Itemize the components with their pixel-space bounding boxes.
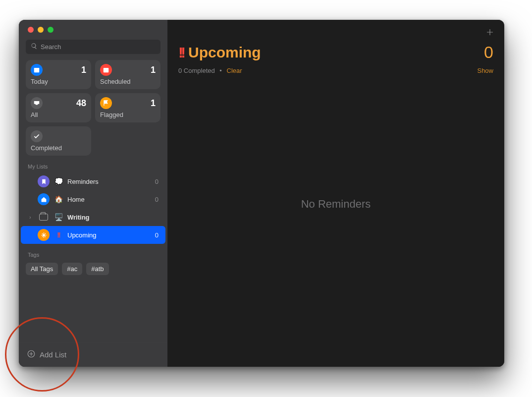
list-label: Upcoming: [67, 231, 150, 239]
list-label: Home: [67, 196, 150, 203]
zoom-window-button[interactable]: [48, 27, 53, 33]
house-icon: [38, 193, 50, 205]
smart-card-scheduled[interactable]: 1 Scheduled: [95, 60, 160, 89]
minimize-window-button[interactable]: [38, 27, 44, 33]
smart-card-completed[interactable]: Completed: [26, 126, 91, 156]
smart-card-count: 1: [151, 98, 156, 109]
page-title-text: Upcoming: [188, 44, 261, 61]
smart-card-today[interactable]: 1 Today: [26, 60, 91, 89]
list-label: Writing: [67, 214, 159, 221]
list-count: 0: [155, 178, 159, 185]
search-icon: [31, 43, 38, 51]
smart-card-all[interactable]: 48 All: [26, 93, 91, 122]
tag-chip-all[interactable]: All Tags: [26, 263, 58, 275]
search-input[interactable]: [41, 43, 156, 51]
main-pane: !! Upcoming 0 0 Completed • Clear Show N…: [167, 20, 504, 367]
smart-card-label: Scheduled: [100, 78, 156, 85]
smart-lists-grid: 1 Today 1 Scheduled 48: [19, 60, 167, 156]
list-item-writing-folder[interactable]: › 🖥️ Writing: [21, 208, 165, 226]
smart-card-label: Completed: [31, 144, 86, 152]
list-count: 0: [155, 196, 159, 203]
calendar-today-icon: [31, 64, 43, 76]
smart-card-count: 48: [76, 98, 86, 109]
priority-bang-icon: !!: [178, 44, 183, 61]
main-header: !! Upcoming 0: [167, 38, 504, 65]
tags-row: All Tags #ac #atb: [19, 261, 167, 277]
folder-icon: [38, 211, 50, 223]
page-title: !! Upcoming: [178, 44, 261, 61]
window-controls: [19, 27, 167, 40]
add-list-label: Add List: [40, 350, 66, 359]
flag-icon: [100, 97, 112, 109]
tag-chip-atb[interactable]: #atb: [86, 263, 108, 275]
svg-rect-2: [104, 68, 109, 72]
list-emoji: 🏠: [54, 195, 62, 203]
page-count: 0: [484, 43, 493, 62]
section-header-mylists: My Lists: [19, 156, 167, 172]
main-toolbar: [167, 20, 504, 38]
list-emoji: 💭: [54, 177, 62, 185]
chevron-right-icon[interactable]: ›: [28, 215, 33, 220]
list-item-reminders[interactable]: 💭 Reminders 0: [21, 172, 165, 190]
check-icon: [31, 130, 43, 142]
list-label: Reminders: [67, 178, 150, 185]
close-window-button[interactable]: [28, 27, 34, 33]
app-window: 1 Today 1 Scheduled 48: [19, 20, 504, 367]
list-emoji: 🖥️: [54, 213, 62, 221]
smart-card-count: 1: [81, 65, 86, 75]
sidebar: 1 Today 1 Scheduled 48: [19, 20, 167, 367]
tag-chip-ac[interactable]: #ac: [62, 263, 82, 275]
smart-card-count: 1: [151, 65, 156, 75]
smart-card-label: Today: [31, 78, 86, 85]
section-header-tags: Tags: [19, 244, 167, 261]
tray-icon: [31, 97, 43, 109]
plus-circle-icon: [27, 349, 36, 360]
list-count: 0: [155, 231, 159, 239]
search-field[interactable]: [26, 40, 160, 54]
calendar-icon: [100, 64, 112, 76]
new-reminder-button[interactable]: [484, 27, 495, 38]
svg-rect-1: [34, 68, 40, 69]
asterisk-icon: [38, 229, 50, 241]
list-item-home[interactable]: 🏠 Home 0: [21, 190, 165, 208]
add-list-button[interactable]: Add List: [19, 342, 167, 367]
smart-card-flagged[interactable]: 1 Flagged: [95, 93, 160, 122]
smart-card-label: Flagged: [100, 111, 156, 118]
list-item-upcoming[interactable]: !! Upcoming 0: [21, 226, 165, 244]
priority-bang-icon: !!: [54, 231, 62, 239]
smart-card-label: All: [31, 111, 86, 118]
empty-state-text: No Reminders: [167, 61, 504, 347]
bookmark-icon: [38, 175, 50, 187]
